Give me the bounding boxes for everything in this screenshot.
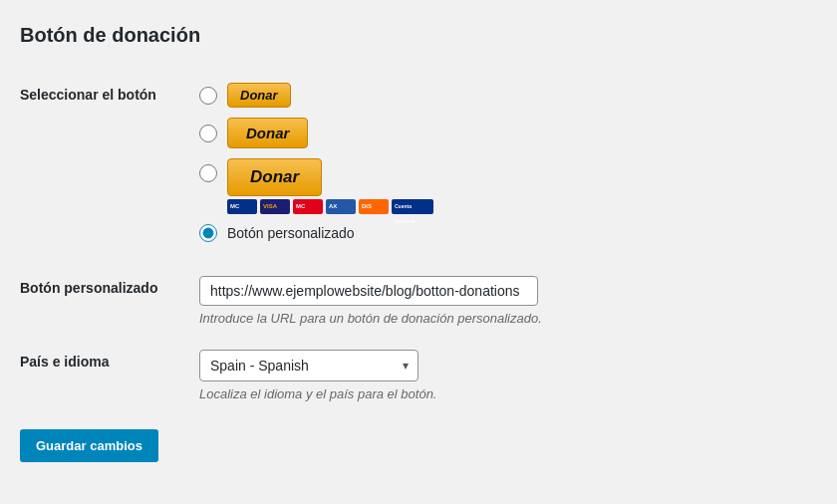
custom-option-label: Botón personalizado: [227, 225, 355, 241]
country-language-cell: Spain - Spanish United States - English …: [199, 338, 817, 413]
country-language-label: País e idioma: [20, 338, 199, 413]
country-language-row: País e idioma Spain - Spanish United Sta…: [20, 338, 817, 413]
country-select-wrapper: Spain - Spanish United States - English …: [199, 350, 418, 381]
discover-icon: DIS: [359, 199, 389, 214]
radio-option-1: Donar: [199, 83, 817, 108]
radio-option-3: Donar MC VISA MC AX DIS Cuenta bancaria: [199, 158, 817, 214]
custom-url-input[interactable]: [199, 276, 538, 306]
select-button-options: Donar Donar Donar: [199, 71, 817, 264]
mastercard-icon: MC: [227, 199, 257, 214]
custom-button-cell: Introduce la URL para un botón de donaci…: [199, 264, 817, 338]
donate-label-medium: Donar: [227, 118, 308, 148]
radio-btn1[interactable]: [199, 87, 217, 105]
mastercard2-icon: MC: [293, 199, 323, 214]
custom-url-hint: Introduce la URL para un botón de donaci…: [199, 311, 817, 326]
custom-button-label: Botón personalizado: [20, 264, 199, 338]
donate-button-medium: Donar: [227, 118, 308, 148]
custom-button-row: Botón personalizado Introduce la URL par…: [20, 264, 817, 338]
radio-btn4[interactable]: [199, 224, 217, 242]
save-button[interactable]: Guardar cambios: [20, 429, 158, 462]
donate-button-large-wrap: Donar MC VISA MC AX DIS Cuenta bancaria: [227, 158, 433, 214]
radio-btn3[interactable]: [199, 164, 217, 182]
cuenta-icon: Cuenta bancaria: [392, 199, 433, 214]
credit-card-row: MC VISA MC AX DIS Cuenta bancaria: [227, 199, 433, 214]
page-wrap: Botón de donación Seleccionar el botón D…: [0, 0, 837, 504]
select-button-row: Seleccionar el botón Donar Donar: [20, 71, 817, 264]
country-language-hint: Localiza el idioma y el país para el bot…: [199, 386, 817, 401]
country-language-select[interactable]: Spain - Spanish United States - English …: [199, 350, 418, 381]
radio-option-2: Donar: [199, 118, 817, 148]
visa-icon: VISA: [260, 199, 290, 214]
donate-label-large: Donar: [227, 158, 322, 196]
radio-option-4: Botón personalizado: [199, 224, 817, 242]
donate-button-small: Donar: [227, 83, 291, 108]
amex-icon: AX: [326, 199, 356, 214]
donate-label-small: Donar: [227, 83, 291, 108]
select-button-label: Seleccionar el botón: [20, 71, 199, 264]
form-table: Seleccionar el botón Donar Donar: [20, 71, 817, 413]
radio-btn2[interactable]: [199, 125, 217, 142]
page-title: Botón de donación: [20, 24, 817, 47]
